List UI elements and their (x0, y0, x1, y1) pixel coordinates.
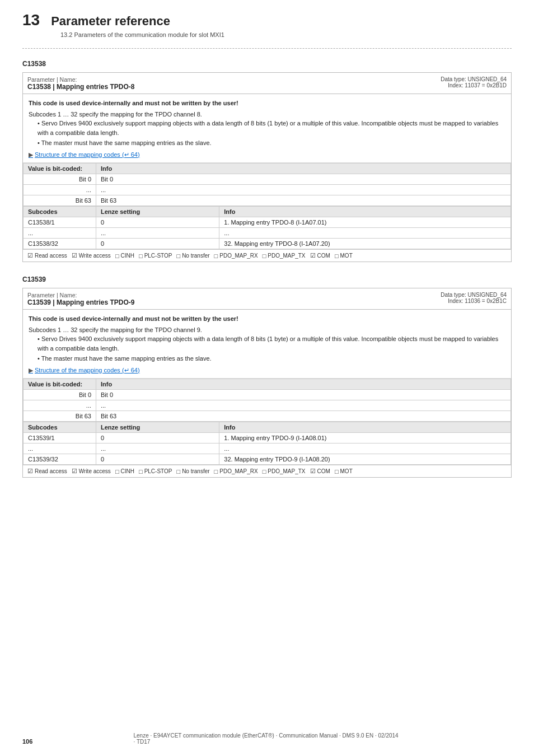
desc-bold-c13539: This code is used device-internally and … (29, 314, 505, 324)
subcode-c13539-1-setting: 0 (96, 433, 219, 444)
no-transfer-c13538: No transfer (176, 252, 209, 259)
pdo-map-tx-checkbox-c13539 (263, 468, 266, 475)
ellipsis1-val-c13539: ... (96, 400, 511, 411)
sub-heading: 13.2 Parameters of the communication mod… (60, 31, 512, 38)
mot-c13539: MOT (335, 468, 353, 475)
com-checkbox-c13538 (310, 252, 316, 259)
mot-c13538: MOT (335, 252, 353, 259)
pdo-map-tx-c13539: PDO_MAP_TX (263, 468, 306, 475)
footer-text: Lenze · E94AYCET communication module (E… (134, 732, 401, 745)
link-line-c13538[interactable]: ▶Structure of the mapping codes (↵ 64) (29, 150, 505, 160)
cinh-c13538: CINH (115, 252, 134, 259)
write-access-checkbox-c13539 (72, 468, 77, 475)
subcode-c13539-32-setting: 0 (96, 454, 219, 465)
pdo-map-rx-c13538: PDO_MAP_RX (214, 252, 258, 259)
table-row: ... ... (24, 185, 511, 195)
divider (22, 48, 512, 49)
cinh-c13539: CINH (115, 468, 134, 475)
subcode-c13538-32-id: C13538/32 (24, 239, 96, 249)
plc-stop-c13539: PLC-STOP (139, 468, 172, 475)
param-header-right-c13539: Data type: UNSIGNED_64 Index: 11036 = 0x… (441, 292, 507, 304)
plc-stop-checkbox-c13539 (139, 468, 143, 475)
value-table-c13539: Value is bit-coded: Info Bit 0 Bit 0 ...… (23, 379, 511, 422)
bit63-label-c13538: Bit 63 (24, 195, 96, 206)
table-row: C13539/32 0 32. Mapping entry TPDO-9 (I-… (24, 454, 511, 465)
desc-bullet1-c13538: • Servo Drives 9400 exclusively support … (29, 119, 505, 137)
footer-page-number: 106 (22, 738, 32, 745)
read-access-c13538: Read access (27, 252, 67, 259)
table-row: ... ... ... (24, 228, 511, 239)
no-transfer-checkbox-c13539 (176, 468, 180, 475)
no-transfer-checkbox-c13538 (176, 253, 180, 259)
subcodes-col1-header-c13538: Subcodes (24, 207, 96, 217)
index-c13539: Index: 11036 = 0x2B1C (441, 298, 507, 304)
param-box-c13538: Parameter | Name: C13538 | Mapping entri… (22, 72, 512, 262)
subcode-c13538-ellipsis-info: ... (219, 228, 511, 239)
mot-checkbox-c13538 (335, 253, 339, 259)
link-arrow-c13538: ▶ (29, 151, 33, 158)
subcodes-col3-header-c13538: Info (219, 207, 511, 217)
table-row: C13538/1 0 1. Mapping entry TPDO-8 (I-1A… (24, 217, 511, 228)
table-row: Bit 0 Bit 0 (24, 390, 511, 400)
ellipsis1-c13538: ... (24, 185, 96, 195)
param-description-c13539: This code is used device-internally and … (23, 310, 511, 379)
table-row: Bit 63 Bit 63 (24, 195, 511, 206)
access-row-c13539: Read access Write access CINH PLC-STOP N… (23, 465, 511, 477)
chapter-title: Parameter reference (51, 14, 170, 29)
link-text-c13539[interactable]: Structure of the mapping codes (35, 367, 120, 374)
desc-bullet2-c13539: • The master must have the same mapping … (29, 354, 505, 363)
subcode-c13538-ellipsis: ... (24, 228, 96, 239)
plc-stop-checkbox-c13538 (139, 253, 143, 259)
pdo-map-rx-checkbox-c13539 (214, 468, 218, 475)
index-c13538: Index: 11037 = 0x2B1D (441, 82, 507, 88)
bit0-value-c13538: Bit 0 (96, 174, 511, 185)
no-transfer-c13539: No transfer (176, 468, 209, 475)
ellipsis1-val-c13538: ... (96, 185, 511, 195)
subcode-c13538-ellipsis-setting: ... (96, 228, 219, 239)
table-row: Bit 0 Bit 0 (24, 174, 511, 185)
subcode-c13539-ellipsis-setting: ... (96, 444, 219, 454)
bit0-label-c13539: Bit 0 (24, 390, 96, 400)
table-row: C13538/32 0 32. Mapping entry TPDO-8 (I-… (24, 239, 511, 249)
param-header-c13538: Parameter | Name: C13538 | Mapping entri… (23, 73, 511, 94)
bit63-label-c13539: Bit 63 (24, 411, 96, 422)
desc-bold-c13538: This code is used device-internally and … (29, 99, 505, 108)
subcode-c13538-1-info: 1. Mapping entry TPDO-8 (I-1A07.01) (219, 217, 511, 228)
access-row-c13538: Read access Write access CINH PLC-STOP N… (23, 249, 511, 262)
param-header-c13539: Parameter | Name: C13539 | Mapping entri… (23, 288, 511, 310)
link-line-c13539[interactable]: ▶Structure of the mapping codes (↵ 64) (29, 366, 505, 375)
param-name-c13538: C13538 | Mapping entries TPDO-8 (27, 83, 134, 91)
subcodes-table-c13538: Subcodes Lenze setting Info C13538/1 0 1… (23, 206, 511, 249)
subcode-c13539-32-info: 32. Mapping entry TPDO-9 (I-1A08.20) (219, 454, 511, 465)
cinh-checkbox-c13539 (115, 468, 119, 475)
bit63-value-c13539: Bit 63 (96, 411, 511, 422)
desc-bullet2-c13538: • The master must have the same mapping … (29, 138, 505, 148)
subcode-c13539-1-id: C13539/1 (24, 433, 96, 444)
cinh-checkbox-c13538 (115, 253, 119, 259)
com-c13538: COM (310, 252, 330, 259)
mot-checkbox-c13539 (335, 468, 339, 475)
plc-stop-c13538: PLC-STOP (139, 252, 172, 259)
write-access-c13539: Write access (72, 468, 111, 475)
table-row: ... ... (24, 400, 511, 411)
value-col1-header-c13539: Value is bit-coded: (24, 379, 96, 390)
subcode-c13538-32-setting: 0 (96, 239, 219, 249)
com-c13539: COM (310, 468, 330, 475)
pdo-map-rx-checkbox-c13538 (214, 253, 218, 259)
link-suffix-c13539: (↵ 64) (120, 367, 140, 374)
subcodes-table-c13539: Subcodes Lenze setting Info C13539/1 0 1… (23, 422, 511, 465)
param-box-c13539: Parameter | Name: C13539 | Mapping entri… (22, 288, 512, 478)
write-access-c13538: Write access (72, 252, 111, 259)
ellipsis1-c13539: ... (24, 400, 96, 411)
subcode-c13538-32-info: 32. Mapping entry TPDO-8 (I-1A07.20) (219, 239, 511, 249)
data-type-c13538: Data type: UNSIGNED_64 (441, 76, 507, 82)
param-name-c13539: C13539 | Mapping entries TPDO-9 (27, 298, 134, 306)
subcodes-col1-header-c13539: Subcodes (24, 422, 96, 433)
param-description-c13538: This code is used device-internally and … (23, 94, 511, 163)
section-id-c13538: C13538 (22, 60, 512, 68)
link-text-c13538[interactable]: Structure of the mapping codes (35, 151, 120, 158)
value-col1-header-c13538: Value is bit-coded: (24, 164, 96, 174)
bit0-label-c13538: Bit 0 (24, 174, 96, 185)
pdo-map-tx-checkbox-c13538 (263, 253, 266, 259)
desc-bullet1-c13539: • Servo Drives 9400 exclusively support … (29, 334, 505, 353)
